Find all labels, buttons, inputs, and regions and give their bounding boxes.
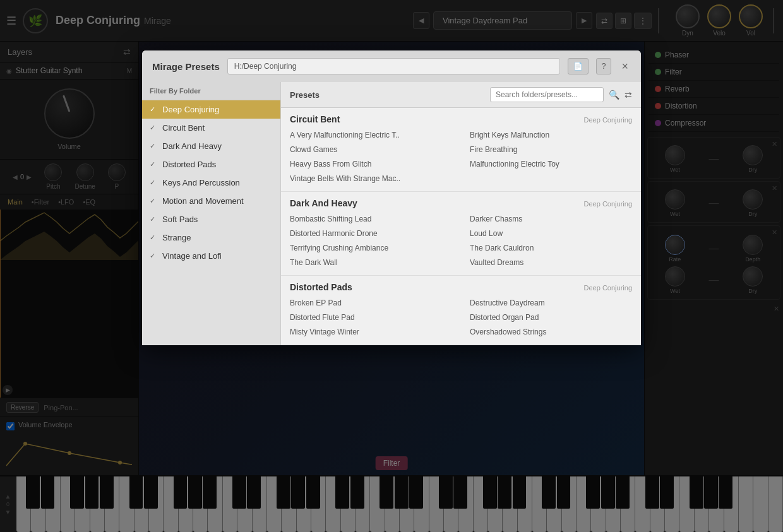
modal-overlay: Mirage Presets H:/Deep Conjuring 📄 ? × F… bbox=[0, 0, 783, 532]
folder-list: ✓Deep Conjuring✓Circuit Bent✓Dark And He… bbox=[142, 100, 280, 265]
preset-col-2: Destructive DaydreamDistorted Organ PadO… bbox=[461, 296, 641, 340]
preset-group-source: Deep Conjuring bbox=[584, 116, 632, 124]
preset-columns: Bombastic Shifting LeadDistorted Harmoni… bbox=[281, 212, 641, 270]
folder-item-label: Soft Pads bbox=[162, 215, 198, 224]
preset-entry[interactable]: The Dark Cauldron bbox=[470, 241, 632, 256]
folder-item-label: Circuit Bent bbox=[162, 123, 205, 133]
folder-item[interactable]: ✓Distorted Pads bbox=[142, 155, 280, 174]
preset-entry[interactable]: Clowd Games bbox=[290, 143, 452, 157]
modal-title: Mirage Presets bbox=[152, 61, 220, 72]
preset-group-header: Dark And Heavy Deep Conjuring bbox=[281, 192, 641, 212]
folder-item[interactable]: ✓Keys And Percussion bbox=[142, 174, 280, 192]
preset-entry[interactable]: Destructive Daydream bbox=[470, 296, 632, 310]
folder-item[interactable]: ✓Deep Conjuring bbox=[142, 100, 280, 119]
preset-entry[interactable]: Broken EP Pad bbox=[290, 296, 452, 310]
preset-entry[interactable]: Loud Low bbox=[470, 227, 632, 241]
preset-entry[interactable]: Overshadowed Strings bbox=[470, 325, 632, 340]
preset-entry[interactable]: Misty Vintage Winter bbox=[290, 325, 452, 340]
folder-check-icon: ✓ bbox=[150, 215, 158, 223]
presets-header: Presets 🔍 ⇄ bbox=[281, 82, 641, 108]
presets-label: Presets bbox=[290, 90, 320, 100]
folder-item[interactable]: ✓Dark And Heavy bbox=[142, 137, 280, 155]
folder-check-icon: ✓ bbox=[150, 142, 158, 150]
modal-help-icon-button[interactable]: ? bbox=[596, 58, 612, 74]
preset-entry[interactable]: Distorted Harmonic Drone bbox=[290, 227, 452, 241]
folder-check-icon: ✓ bbox=[150, 160, 158, 168]
folder-item-label: Strange bbox=[162, 233, 191, 242]
preset-group-name: Dark And Heavy bbox=[290, 198, 357, 208]
folder-check-icon: ✓ bbox=[150, 105, 158, 114]
folder-item[interactable]: ✓Vintage and Lofi bbox=[142, 247, 280, 265]
preset-group: Circuit Bent Deep Conjuring A Very Malfu… bbox=[281, 108, 641, 192]
preset-col-1: Bombastic Shifting LeadDistorted Harmoni… bbox=[281, 212, 461, 270]
preset-group-header: Distorted Pads Deep Conjuring bbox=[281, 276, 641, 296]
folder-item[interactable]: ✓Circuit Bent bbox=[142, 119, 280, 137]
folder-check-icon: ✓ bbox=[150, 124, 158, 132]
preset-entry[interactable]: Vintage Bells With Strange Mac.. bbox=[290, 172, 452, 186]
folder-item[interactable]: ✓Motion and Movement bbox=[142, 192, 280, 210]
preset-entry[interactable]: A Very Malfunctioning Electric T.. bbox=[290, 128, 452, 143]
preset-entry[interactable]: The Dark Wall bbox=[290, 256, 452, 270]
folder-item-label: Motion and Movement bbox=[162, 196, 244, 206]
presets-shuffle-button[interactable]: ⇄ bbox=[625, 90, 632, 100]
preset-group-header: Circuit Bent Deep Conjuring bbox=[281, 108, 641, 128]
modal-header: Mirage Presets H:/Deep Conjuring 📄 ? × bbox=[142, 50, 641, 82]
preset-group-name: Circuit Bent bbox=[290, 114, 340, 124]
preset-group: Distorted Pads Deep Conjuring Broken EP … bbox=[281, 276, 641, 345]
folder-item-label: Deep Conjuring bbox=[162, 105, 219, 114]
modal-close-button[interactable]: × bbox=[619, 60, 631, 73]
preset-group: Dark And Heavy Deep Conjuring Bombastic … bbox=[281, 192, 641, 276]
preset-entry[interactable]: Terrifying Crushing Ambiance bbox=[290, 241, 452, 256]
folder-check-icon: ✓ bbox=[150, 197, 158, 205]
presets-search-button[interactable]: 🔍 bbox=[609, 90, 619, 100]
modal-path: H:/Deep Conjuring bbox=[227, 58, 560, 74]
preset-groups-container: Circuit Bent Deep Conjuring A Very Malfu… bbox=[281, 108, 641, 345]
presets-search-input[interactable] bbox=[490, 87, 604, 102]
folder-item-label: Distorted Pads bbox=[162, 160, 216, 169]
preset-entry[interactable]: Malfunctioning Electric Toy bbox=[470, 157, 632, 172]
preset-entry[interactable]: Bright Keys Malfunction bbox=[470, 128, 632, 143]
modal: Mirage Presets H:/Deep Conjuring 📄 ? × F… bbox=[142, 50, 641, 345]
folder-item-label: Vintage and Lofi bbox=[162, 251, 222, 261]
folder-item[interactable]: ✓Strange bbox=[142, 228, 280, 247]
preset-entry[interactable]: Fire Breathing bbox=[470, 143, 632, 157]
preset-entry[interactable]: Heavy Bass From Glitch bbox=[290, 157, 452, 172]
folder-check-icon: ✓ bbox=[150, 252, 158, 260]
folder-check-icon: ✓ bbox=[150, 233, 158, 242]
presets-area: Presets 🔍 ⇄ Circuit Bent Deep Conjuring … bbox=[281, 82, 641, 345]
preset-col-1: A Very Malfunctioning Electric T..Clowd … bbox=[281, 128, 461, 186]
modal-file-icon-button[interactable]: 📄 bbox=[568, 58, 589, 74]
preset-group-name: Distorted Pads bbox=[290, 282, 352, 292]
preset-group-source: Deep Conjuring bbox=[584, 284, 632, 292]
preset-entry[interactable]: Distorted Organ Pad bbox=[470, 310, 632, 325]
folder-sidebar-header: Filter By Folder bbox=[142, 82, 280, 100]
preset-entry[interactable]: Darker Chasms bbox=[470, 212, 632, 227]
folder-item-label: Dark And Heavy bbox=[162, 141, 222, 151]
preset-col-2: Darker ChasmsLoud LowThe Dark CauldronVa… bbox=[461, 212, 641, 270]
preset-col-1: Broken EP PadDistorted Flute PadMisty Vi… bbox=[281, 296, 461, 340]
preset-entry[interactable]: Vaulted Dreams bbox=[470, 256, 632, 270]
preset-col-2: Bright Keys MalfunctionFire BreathingMal… bbox=[461, 128, 641, 186]
folder-item-label: Keys And Percussion bbox=[162, 178, 240, 187]
folder-sidebar: Filter By Folder ✓Deep Conjuring✓Circuit… bbox=[142, 82, 281, 345]
folder-item[interactable]: ✓Soft Pads bbox=[142, 210, 280, 228]
preset-columns: Broken EP PadDistorted Flute PadMisty Vi… bbox=[281, 296, 641, 340]
preset-entry[interactable]: Distorted Flute Pad bbox=[290, 310, 452, 325]
preset-entry[interactable]: Bombastic Shifting Lead bbox=[290, 212, 452, 227]
folder-check-icon: ✓ bbox=[150, 179, 158, 187]
preset-columns: A Very Malfunctioning Electric T..Clowd … bbox=[281, 128, 641, 186]
modal-body: Filter By Folder ✓Deep Conjuring✓Circuit… bbox=[142, 82, 641, 345]
preset-group-source: Deep Conjuring bbox=[584, 200, 632, 208]
